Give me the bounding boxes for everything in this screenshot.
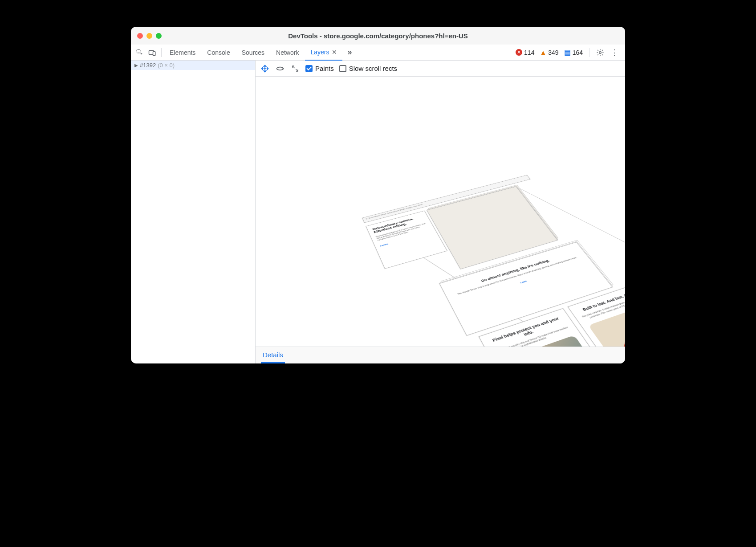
warning-icon: ▲ bbox=[540, 49, 546, 56]
warnings-count[interactable]: ▲ 349 bbox=[538, 49, 560, 56]
tab-elements[interactable]: Elements bbox=[164, 45, 201, 61]
toolbar-separator bbox=[161, 48, 162, 57]
tab-sources[interactable]: Sources bbox=[236, 45, 270, 61]
settings-icon[interactable] bbox=[594, 46, 606, 59]
tab-console[interactable]: Console bbox=[202, 45, 235, 61]
details-tab[interactable]: Details bbox=[261, 347, 285, 363]
messages-count[interactable]: ▤ 164 bbox=[562, 48, 585, 57]
svg-rect-2 bbox=[153, 51, 155, 55]
status-area: ✕ 114 ▲ 349 ▤ 164 ⋮ bbox=[514, 46, 622, 59]
tree-node-id: #1392 bbox=[140, 62, 156, 69]
message-icon: ▤ bbox=[564, 48, 571, 57]
svg-rect-0 bbox=[137, 49, 140, 53]
layers-content: Paints Slow scroll rects G Shop Phone Wa… bbox=[256, 61, 625, 363]
paints-label: Paints bbox=[315, 65, 334, 72]
panel-body: ▶ #1392 (0 × 0) bbox=[131, 61, 625, 363]
slow-scroll-checkbox[interactable]: Slow scroll rects bbox=[339, 65, 397, 72]
layers-3d-view[interactable]: G Shop Phone Watch Subscriptions Deals I… bbox=[256, 77, 625, 347]
window-titlebar: DevTools - store.google.com/category/pho… bbox=[131, 27, 625, 45]
tree-node[interactable]: ▶ #1392 (0 × 0) bbox=[131, 61, 255, 70]
hero-link: Explore bbox=[379, 243, 388, 247]
slow-scroll-label: Slow scroll rects bbox=[349, 65, 397, 72]
details-pane: Details bbox=[256, 347, 625, 363]
layers-scene: G Shop Phone Watch Subscriptions Deals I… bbox=[362, 175, 527, 217]
page-root-layer: G Shop Phone Watch Subscriptions Deals I… bbox=[362, 175, 527, 217]
more-menu-icon[interactable]: ⋮ bbox=[608, 46, 621, 59]
window-controls bbox=[137, 33, 162, 39]
toolbar-separator bbox=[589, 48, 589, 57]
zoom-window-button[interactable] bbox=[156, 33, 162, 39]
svg-point-3 bbox=[599, 51, 602, 53]
checkbox-icon bbox=[305, 65, 313, 72]
tab-layers[interactable]: Layers ✕ bbox=[305, 45, 342, 61]
tab-layers-label: Layers bbox=[310, 49, 329, 56]
pan-mode-icon[interactable] bbox=[260, 64, 270, 73]
main-toolbar: Elements Console Sources Network Layers … bbox=[131, 45, 625, 61]
layers-tree[interactable]: ▶ #1392 (0 × 0) bbox=[131, 61, 256, 363]
expand-icon[interactable]: ▶ bbox=[134, 63, 138, 68]
tree-node-dims: (0 × 0) bbox=[158, 62, 175, 69]
paints-checkbox[interactable]: Paints bbox=[305, 65, 334, 72]
layers-toolbar: Paints Slow scroll rects bbox=[256, 61, 625, 77]
tab-network[interactable]: Network bbox=[271, 45, 304, 61]
device-toolbar-icon[interactable] bbox=[146, 46, 159, 59]
minimize-window-button[interactable] bbox=[146, 33, 152, 39]
close-window-button[interactable] bbox=[137, 33, 143, 39]
checkbox-icon bbox=[339, 65, 346, 72]
devtools-window: DevTools - store.google.com/category/pho… bbox=[131, 27, 625, 363]
panel-tabs: Elements Console Sources Network Layers … bbox=[164, 45, 514, 61]
window-title: DevTools - store.google.com/category/pho… bbox=[131, 32, 625, 40]
close-tab-icon[interactable]: ✕ bbox=[332, 49, 337, 56]
inspect-element-icon[interactable] bbox=[134, 46, 146, 59]
rotate-mode-icon[interactable] bbox=[275, 64, 285, 73]
error-icon: ✕ bbox=[516, 49, 522, 56]
more-tabs-icon[interactable]: » bbox=[343, 46, 356, 59]
reset-view-icon[interactable] bbox=[290, 64, 300, 73]
errors-count[interactable]: ✕ 114 bbox=[514, 49, 536, 56]
band-link: Learn bbox=[520, 280, 527, 284]
